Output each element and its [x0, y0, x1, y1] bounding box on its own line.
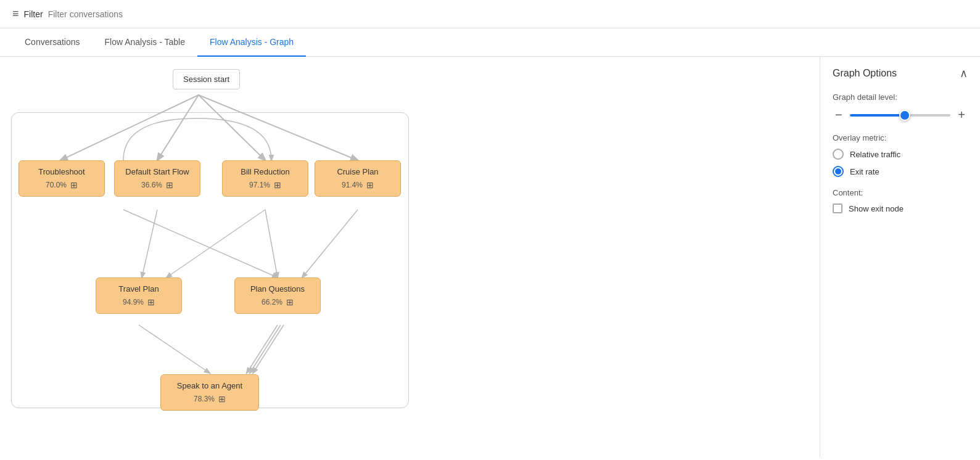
filter-bar: ≡ Filter Filter conversations: [0, 0, 980, 28]
tab-bar: Conversations Flow Analysis - Table Flow…: [0, 28, 980, 57]
graph-area: Session start: [0, 57, 820, 457]
node-travel-plan[interactable]: Travel Plan 94.9% ⊞: [96, 277, 182, 314]
node-default-start-icon: ⊞: [166, 180, 173, 190]
node-troubleshoot-icon: ⊞: [70, 180, 78, 190]
tab-conversations[interactable]: Conversations: [12, 28, 93, 57]
node-plan-questions-title: Plan Questions: [250, 284, 305, 294]
node-travel-plan-title: Travel Plan: [118, 284, 159, 294]
node-troubleshoot-title: Troubleshoot: [38, 167, 84, 176]
node-default-start-title: Default Start Flow: [125, 167, 189, 176]
radio-relative-traffic-circle[interactable]: [833, 149, 844, 160]
radio-exit-rate-circle[interactable]: [833, 166, 844, 177]
slider-container: − +: [833, 108, 968, 122]
node-bill-reduction[interactable]: Bill Reduction 97.1% ⊞: [222, 160, 308, 197]
node-troubleshoot-metric: 70.0%: [46, 181, 67, 189]
detail-level-slider[interactable]: [850, 114, 951, 117]
node-cruise-plan-meta: 91.4% ⊞: [342, 180, 374, 190]
radio-exit-rate-label: Exit rate: [850, 167, 879, 176]
graph-options-panel: Graph Options ∧ Graph detail level: − + …: [820, 57, 980, 457]
node-speak-agent-title: Speak to an Agent: [177, 381, 242, 390]
radio-exit-rate[interactable]: Exit rate: [833, 166, 968, 177]
overlay-metric-section: Overlay metric: Relative traffic Exit ra…: [833, 133, 968, 177]
detail-level-section: Graph detail level: − +: [833, 92, 968, 122]
content-section: Content: Show exit node: [833, 188, 968, 213]
filter-icon: ≡: [12, 7, 19, 20]
filter-text: Filter conversations: [48, 9, 123, 19]
node-speak-agent-icon: ⊞: [218, 394, 226, 404]
overlay-metric-label: Overlay metric:: [833, 133, 968, 142]
show-exit-node-label: Show exit node: [849, 204, 904, 213]
show-exit-node-checkbox[interactable]: [833, 203, 842, 213]
tab-flow-analysis-table[interactable]: Flow Analysis - Table: [93, 28, 197, 57]
node-plan-questions-icon: ⊞: [286, 297, 294, 307]
node-bill-reduction-meta: 97.1% ⊞: [249, 180, 281, 190]
node-speak-agent[interactable]: Speak to an Agent 78.3% ⊞: [160, 374, 259, 411]
node-plan-questions[interactable]: Plan Questions 66.2% ⊞: [234, 277, 321, 314]
slider-minus-button[interactable]: −: [833, 108, 845, 122]
node-speak-agent-meta: 78.3% ⊞: [194, 394, 226, 404]
detail-level-label: Graph detail level:: [833, 92, 968, 102]
panel-title: Graph Options: [833, 68, 897, 79]
node-troubleshoot[interactable]: Troubleshoot 70.0% ⊞: [19, 160, 105, 197]
filter-label: Filter: [24, 9, 43, 19]
node-default-start-metric: 36.6%: [141, 181, 162, 189]
collapse-icon[interactable]: ∧: [960, 67, 968, 80]
node-cruise-plan[interactable]: Cruise Plan 91.4% ⊞: [315, 160, 401, 197]
node-default-start-meta: 36.6% ⊞: [141, 180, 173, 190]
node-plan-questions-meta: 66.2% ⊞: [261, 297, 294, 307]
node-bill-reduction-title: Bill Reduction: [241, 167, 290, 176]
node-cruise-plan-icon: ⊞: [366, 180, 374, 190]
node-speak-agent-metric: 78.3%: [194, 395, 215, 403]
session-start-node: Session start: [173, 69, 240, 89]
radio-relative-traffic-label: Relative traffic: [850, 150, 900, 159]
node-travel-plan-metric: 94.9%: [123, 298, 144, 306]
flow-container-box: [11, 112, 409, 408]
show-exit-node-option[interactable]: Show exit node: [833, 203, 968, 213]
node-travel-plan-meta: 94.9% ⊞: [123, 297, 155, 307]
node-bill-reduction-icon: ⊞: [274, 180, 281, 190]
node-bill-reduction-metric: 97.1%: [249, 181, 270, 189]
node-cruise-plan-metric: 91.4%: [342, 181, 363, 189]
radio-relative-traffic[interactable]: Relative traffic: [833, 149, 968, 160]
main-content: Session start: [0, 57, 980, 457]
node-default-start[interactable]: Default Start Flow 36.6% ⊞: [114, 160, 200, 197]
panel-header: Graph Options ∧: [833, 67, 968, 80]
node-travel-plan-icon: ⊞: [147, 297, 155, 307]
content-label: Content:: [833, 188, 968, 197]
tab-flow-analysis-graph[interactable]: Flow Analysis - Graph: [197, 28, 306, 57]
node-troubleshoot-meta: 70.0% ⊞: [46, 180, 78, 190]
node-cruise-plan-title: Cruise Plan: [337, 167, 378, 176]
node-plan-questions-metric: 66.2%: [261, 298, 282, 306]
slider-plus-button[interactable]: +: [955, 108, 968, 122]
